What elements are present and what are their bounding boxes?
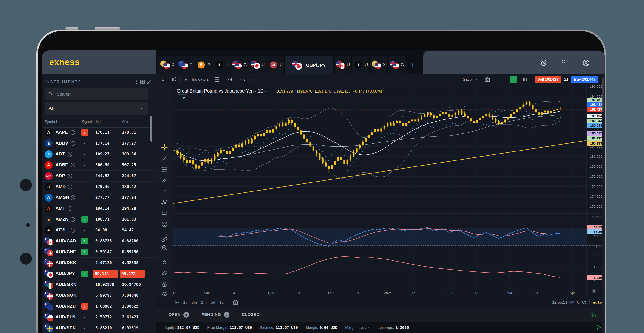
layout-grid-icon[interactable] xyxy=(214,76,220,82)
instrument-tab[interactable]: X xyxy=(370,56,388,74)
ask-price-highlight[interactable]: 99.172 xyxy=(120,270,144,278)
magnet-tool-icon[interactable] xyxy=(161,259,168,266)
positions-tab-open[interactable]: OPEN0 xyxy=(169,312,189,318)
instrument-row-ATVI[interactable]: AATVI-94.3894.47 xyxy=(42,225,156,236)
fib-retracement-tool-icon[interactable] xyxy=(161,166,168,173)
instrument-row-ABBV[interactable]: aABBV-177.14177.27 xyxy=(42,138,156,149)
instrument-row-AUD/CHF[interactable]: AUD/CHF↑0.591470.59156 xyxy=(42,247,156,258)
quick-buy-arrow-button[interactable]: ↑ xyxy=(510,76,517,84)
drawing-lock-tool-icon[interactable] xyxy=(161,270,168,276)
range-button-3m[interactable]: 3m xyxy=(192,300,197,305)
instrument-flag-pair xyxy=(44,248,54,257)
xabcd-pattern-tool-icon[interactable] xyxy=(161,199,168,206)
hide-drawings-tool-icon[interactable] xyxy=(161,290,168,297)
app-scrollbar-track[interactable] xyxy=(602,74,605,333)
camera-icon[interactable] xyxy=(484,76,490,82)
instrument-row-AUD/NOK[interactable]: AUD/NOK-6.997977.04048 xyxy=(42,290,156,301)
instrument-tab[interactable]: U xyxy=(266,56,284,74)
instrument-tab[interactable]: BB xyxy=(194,56,212,74)
alarm-icon[interactable] xyxy=(540,59,547,66)
instrument-row-AUD/CAD[interactable]: AUD/CAD↑0.887550.88780 xyxy=(42,236,156,247)
ask-price: 181.03 xyxy=(122,217,136,222)
instrument-row-ABT[interactable]: aABT-109.27109.36 xyxy=(42,149,156,160)
instrument-row-AMGN[interactable]: AAMGN-277.77277.94 xyxy=(42,192,156,203)
redo-icon[interactable] xyxy=(250,76,256,82)
instrument-row-ADP[interactable]: ADPADP-244.52244.67 xyxy=(42,171,156,182)
symbol-logo: ADP xyxy=(45,172,52,180)
candle-style-icon[interactable] xyxy=(171,76,177,82)
lock-all-tool-icon[interactable] xyxy=(161,280,168,288)
svg-text:25.00: 25.00 xyxy=(594,245,602,248)
add-instrument-tab-button[interactable]: + xyxy=(406,56,420,74)
account-header: REAL Start Here! 112.67 USD Deposit xyxy=(423,51,605,74)
search-input[interactable] xyxy=(56,91,136,97)
crosshair-tool-icon[interactable] xyxy=(161,144,168,151)
instrument-tab[interactable]: U xyxy=(334,56,352,74)
instrument-row-AMD[interactable]: aAMD-179.46180.42 xyxy=(42,182,156,192)
emoji-tool-icon[interactable] xyxy=(161,221,168,228)
range-button-5d[interactable]: 5d xyxy=(211,300,215,305)
measure-tool-icon[interactable] xyxy=(161,235,168,242)
trendline-tool-icon[interactable] xyxy=(161,155,168,162)
grid-view-icon[interactable] xyxy=(140,79,145,85)
instrument-row-AMZN[interactable]: aAMZN↑180.71181.03 xyxy=(42,214,156,225)
instrument-row-AUD/JPY[interactable]: AUD/JPY↑99.15199.172 xyxy=(42,268,156,279)
rewind-icon[interactable] xyxy=(227,76,233,82)
apps-grid-icon[interactable] xyxy=(561,59,568,66)
sell-button[interactable]: Sell 191.423 xyxy=(534,76,561,84)
buy-button[interactable]: Buy 191.448 xyxy=(571,76,598,84)
indicator-count-pill[interactable]: 5 xyxy=(177,94,187,101)
sidebar-scrollbar[interactable] xyxy=(150,116,152,142)
positions-tab-closed[interactable]: CLOSED xyxy=(242,312,260,317)
instrument-row-AUD/MXN[interactable]: AUD/MXN-10.9297010.94700 xyxy=(42,279,156,290)
panels-icon[interactable] xyxy=(522,76,528,82)
auto-scale-toggle[interactable]: auto xyxy=(593,300,602,304)
ask-price: 277.94 xyxy=(122,195,136,200)
us-flag-icon xyxy=(375,63,382,69)
instrument-tab[interactable]: G xyxy=(388,56,406,74)
app-scrollbar-thumb[interactable] xyxy=(602,78,604,112)
search-box[interactable] xyxy=(45,88,148,100)
chf-flag-icon xyxy=(47,250,54,256)
scroll-up-icon[interactable]: ^ xyxy=(602,74,603,78)
rss-icon[interactable] xyxy=(596,324,602,330)
zoom-in-tool-icon[interactable] xyxy=(161,244,168,251)
category-select[interactable]: All xyxy=(45,102,148,115)
instrument-row-AUD/DKK[interactable]: AUD/DKK-4.471204.52838 xyxy=(42,258,156,268)
instrument-tab[interactable]: U xyxy=(212,56,230,74)
instrument-row-AMT[interactable]: AAMT-194.14194.28 xyxy=(42,203,156,214)
instrument-tab[interactable]: X xyxy=(158,56,176,74)
positions-tab-pending[interactable]: PENDING0 xyxy=(202,312,229,318)
brush-tool-icon[interactable] xyxy=(161,177,168,184)
instrument-row-AUD/SEK[interactable]: AUD/SEK-6.882106.93519 xyxy=(42,323,156,333)
collapse-panel-icon[interactable] xyxy=(146,79,152,85)
go-to-date-icon[interactable] xyxy=(232,300,238,306)
indicators-button[interactable]: fx Indicators xyxy=(184,76,209,82)
instrument-row-AUD/NZD[interactable]: AUD/NZD↓1.088021.08825 xyxy=(42,301,156,312)
range-button-1m[interactable]: 1m xyxy=(201,300,207,305)
news-feed-icon[interactable] xyxy=(591,312,597,318)
instrument-row-ADBE[interactable]: AADBE-506.90507.29 xyxy=(42,160,156,171)
tab-active-GBP/JPY[interactable]: GBP/JPY xyxy=(284,56,334,74)
instrument-row-AUD/PLN[interactable]: AUD/PLN-2.587722.61421 xyxy=(42,312,156,323)
instrument-tab[interactable]: U xyxy=(248,56,266,74)
save-button[interactable]: Save xyxy=(463,77,478,82)
undo-icon[interactable] xyxy=(240,76,246,82)
signal-badge: ↓ xyxy=(82,129,88,136)
range-button-1d[interactable]: 1d xyxy=(219,300,224,305)
long-position-tool-icon[interactable] xyxy=(161,210,168,217)
profile-icon[interactable] xyxy=(582,59,590,66)
price-chart[interactable]: 196.000194.000184.000182.000180.000178.0… xyxy=(173,85,605,297)
range-button-1y[interactable]: 1y xyxy=(183,300,187,305)
instrument-row-AAPL[interactable]: AAAPL↓170.11170.31 xyxy=(42,127,156,138)
instrument-tab[interactable]: E xyxy=(176,56,194,74)
bid-price-highlight[interactable]: 99.151 xyxy=(93,270,118,278)
instrument-tab[interactable]: G xyxy=(230,56,248,74)
svg-text:191.448: 191.448 xyxy=(590,103,602,106)
kebab-menu-icon[interactable] xyxy=(134,79,139,85)
instrument-tab[interactable]: U xyxy=(352,56,370,74)
range-button-5y[interactable]: 5y xyxy=(175,300,179,305)
text-tool-icon[interactable]: T xyxy=(161,188,168,195)
timeframe-button[interactable]: D xyxy=(162,77,164,82)
instrument-flag-pair xyxy=(44,258,54,268)
